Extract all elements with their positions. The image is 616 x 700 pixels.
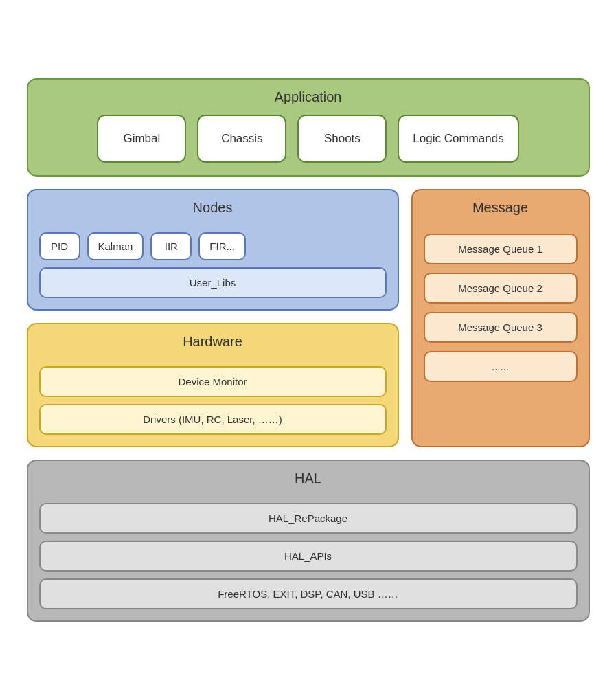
application-block: Application Gimbal Chassis Shoots Logic … [27,78,590,177]
hal-title: HAL [39,471,578,486]
hal-block: HAL HAL_RePackage HAL_APIs FreeRTOS, EXI… [27,460,590,622]
application-items: Gimbal Chassis Shoots Logic Commands [42,115,575,163]
logic-commands-item: Logic Commands [398,115,518,163]
device-monitor-item: Device Monitor [39,366,387,397]
hal-apis-item: HAL_APIs [39,541,578,572]
hardware-title: Hardware [39,334,387,350]
chassis-item: Chassis [197,115,286,163]
drivers-item: Drivers (IMU, RC, Laser, ……) [39,404,387,435]
message-queue-1: Message Queue 1 [424,234,578,264]
left-column: Nodes PID Kalman IIR FIR... [27,189,399,447]
gimbal-item: Gimbal [97,115,186,163]
message-queue-more: ...... [424,351,578,382]
message-queue-2: Message Queue 2 [424,273,578,304]
architecture-diagram: Application Gimbal Chassis Shoots Logic … [20,65,597,635]
kalman-item: Kalman [87,232,144,260]
iir-item: IIR [150,232,192,260]
shoots-item: Shoots [297,115,387,163]
fir-item: FIR... [198,232,246,260]
user-libs-item: User_Libs [39,267,387,298]
nodes-items: PID Kalman IIR FIR... [39,232,387,260]
hal-freertos-item: FreeRTOS, EXIT, DSP, CAN, USB …… [39,578,578,609]
hardware-block: Hardware Device Monitor Drivers (IMU, RC… [27,323,399,447]
message-title: Message [424,200,578,216]
application-title: Application [42,89,575,105]
message-queue-3: Message Queue 3 [424,312,578,343]
hal-repackage-item: HAL_RePackage [39,503,578,534]
nodes-title: Nodes [39,200,387,216]
middle-row: Nodes PID Kalman IIR FIR... [27,189,590,447]
pid-item: PID [39,232,80,260]
nodes-block: Nodes PID Kalman IIR FIR... [27,189,399,311]
message-block: Message Message Queue 1 Message Queue 2 … [411,189,590,447]
